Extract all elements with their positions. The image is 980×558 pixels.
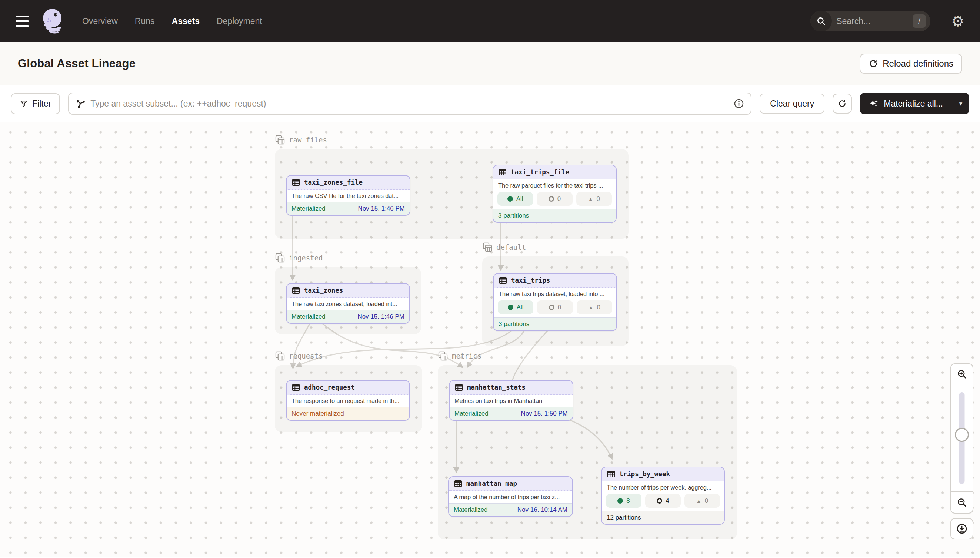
group-label-raw-files[interactable]: raw_files <box>275 134 327 145</box>
failed-partitions-badge[interactable]: 0 <box>537 300 573 314</box>
group-label-default[interactable]: default <box>482 241 526 253</box>
dagster-logo[interactable] <box>41 8 66 34</box>
failed-partitions-badge[interactable]: 0 <box>537 192 572 206</box>
materialize-all-button[interactable]: Materialize all... ▾ <box>860 93 969 114</box>
download-image-button[interactable] <box>950 518 973 540</box>
asset-name: trips_by_week <box>619 470 670 478</box>
asset-node-header: taxi_zones_file <box>287 176 410 190</box>
asset-node-manhattan-stats[interactable]: manhattan_stats Metrics on taxi trips in… <box>449 380 573 421</box>
hamburger-menu-icon[interactable] <box>16 16 30 27</box>
asset-node-header: manhattan_map <box>449 477 572 491</box>
table-icon <box>292 286 300 295</box>
clear-query-button[interactable]: Clear query <box>759 94 824 113</box>
sparkle-icon <box>869 99 878 108</box>
asset-group-icon <box>438 351 448 361</box>
refresh-icon <box>868 59 878 69</box>
info-icon[interactable] <box>734 98 744 109</box>
zoom-in-button[interactable] <box>950 363 973 385</box>
ring-icon <box>548 196 554 202</box>
asset-selector-icon <box>76 99 85 108</box>
nav-link-assets[interactable]: Assets <box>172 16 199 26</box>
nav-link-deployment[interactable]: Deployment <box>217 16 262 26</box>
dot-icon <box>507 196 513 202</box>
zoom-slider-thumb[interactable] <box>955 428 969 442</box>
failed-partitions-badge[interactable]: 4 <box>645 494 681 508</box>
missing-partitions-badge[interactable]: 0 <box>576 192 612 206</box>
asset-status-footer: Never materialized <box>287 407 409 420</box>
asset-group-icon <box>275 351 285 361</box>
asset-status-footer: Materialized Nov 15, 1:46 PM <box>287 310 409 323</box>
table-icon <box>292 178 300 187</box>
partitions-count: 12 partitions <box>607 514 641 521</box>
materialization-timestamp[interactable]: Nov 15, 1:46 PM <box>358 205 405 212</box>
nav-link-overview[interactable]: Overview <box>82 16 118 26</box>
asset-group-icon <box>275 253 285 263</box>
asset-node-taxi-trips-file[interactable]: taxi_trips_file The raw parquet files fo… <box>492 165 617 223</box>
refresh-button[interactable] <box>833 94 852 113</box>
ring-icon <box>657 498 662 504</box>
asset-description: The raw taxi zones dataset, loaded int..… <box>287 298 409 310</box>
triangle-icon <box>696 497 702 505</box>
group-label-ingested[interactable]: ingested <box>275 252 323 263</box>
asset-description: The number of trips per week, aggreg... <box>602 481 724 494</box>
table-icon <box>455 383 463 392</box>
page-title: Global Asset Lineage <box>18 57 135 70</box>
slash-shortcut-badge: / <box>912 15 926 28</box>
materialized-partitions-badge[interactable]: 8 <box>606 494 641 508</box>
search-icon <box>810 11 832 31</box>
materialization-timestamp[interactable]: Nov 16, 10:14 AM <box>517 506 567 514</box>
asset-node-header: adhoc_request <box>287 381 409 395</box>
search-input[interactable] <box>832 16 912 26</box>
asset-node-header: taxi_trips_file <box>493 166 616 179</box>
zoom-out-icon <box>957 497 967 508</box>
materialization-timestamp[interactable]: Nov 15, 1:50 PM <box>521 410 568 417</box>
missing-partitions-badge[interactable]: 0 <box>576 300 612 314</box>
status-label: Never materialized <box>292 410 344 417</box>
asset-query-input[interactable] <box>91 99 728 109</box>
status-label: Materialized <box>454 506 488 514</box>
lineage-canvas[interactable]: raw_files ingested default requests metr… <box>0 123 980 557</box>
asset-node-header: taxi_zones <box>287 284 409 298</box>
global-search[interactable]: / <box>810 11 931 31</box>
asset-node-taxi-zones[interactable]: taxi_zones The raw taxi zones dataset, l… <box>286 283 410 324</box>
materialized-partitions-badge[interactable]: All <box>497 192 533 206</box>
asset-partitions-footer: 12 partitions <box>602 511 724 524</box>
asset-node-taxi-zones-file[interactable]: taxi_zones_file The raw CSV file for the… <box>286 175 410 216</box>
asset-name: adhoc_request <box>304 384 355 391</box>
nav-links: Overview Runs Assets Deployment <box>82 16 262 26</box>
asset-partitions-footer: 3 partitions <box>494 317 616 330</box>
zoom-slider[interactable] <box>950 384 973 492</box>
asset-partitions-footer: 3 partitions <box>493 209 616 222</box>
funnel-icon <box>20 100 28 108</box>
asset-name: taxi_zones_file <box>304 179 362 186</box>
asset-node-trips-by-week[interactable]: trips_by_week The number of trips per we… <box>601 467 725 525</box>
table-icon <box>498 167 507 177</box>
group-label-metrics[interactable]: metrics <box>438 350 481 361</box>
materialized-partitions-badge[interactable]: All <box>498 300 533 314</box>
partition-badges: All 0 0 <box>494 300 616 317</box>
reload-definitions-button[interactable]: Reload definitions <box>860 54 962 74</box>
asset-node-taxi-trips[interactable]: taxi_trips The raw taxi trips dataset, l… <box>493 273 617 331</box>
asset-name: manhattan_map <box>466 480 517 487</box>
group-label-requests[interactable]: requests <box>275 350 323 361</box>
dot-icon <box>508 305 513 310</box>
asset-node-adhoc-request[interactable]: adhoc_request The response to an request… <box>286 380 410 421</box>
asset-query-field <box>68 92 751 115</box>
asset-status-footer: Materialized Nov 16, 10:14 AM <box>449 503 572 516</box>
nav-link-runs[interactable]: Runs <box>135 16 155 26</box>
asset-node-header: trips_by_week <box>602 467 724 481</box>
ring-icon <box>549 305 555 310</box>
zoom-out-button[interactable] <box>950 491 973 514</box>
gear-icon[interactable]: ⚙ <box>951 14 964 28</box>
asset-node-manhattan-map[interactable]: manhattan_map A map of the number of tri… <box>448 476 573 517</box>
asset-description: The raw parquet files for the taxi trips… <box>493 179 616 192</box>
zoom-in-icon <box>957 369 967 379</box>
asset-status-footer: Materialized Nov 15, 1:50 PM <box>450 407 573 420</box>
asset-node-header: taxi_trips <box>494 274 616 288</box>
asset-description: The response to an request made in th... <box>287 395 409 407</box>
filter-button[interactable]: Filter <box>11 93 60 114</box>
status-label: Materialized <box>292 205 326 212</box>
materialization-timestamp[interactable]: Nov 15, 1:46 PM <box>357 313 404 320</box>
missing-partitions-badge[interactable]: 0 <box>684 494 720 508</box>
materialize-dropdown-caret[interactable]: ▾ <box>952 93 969 114</box>
